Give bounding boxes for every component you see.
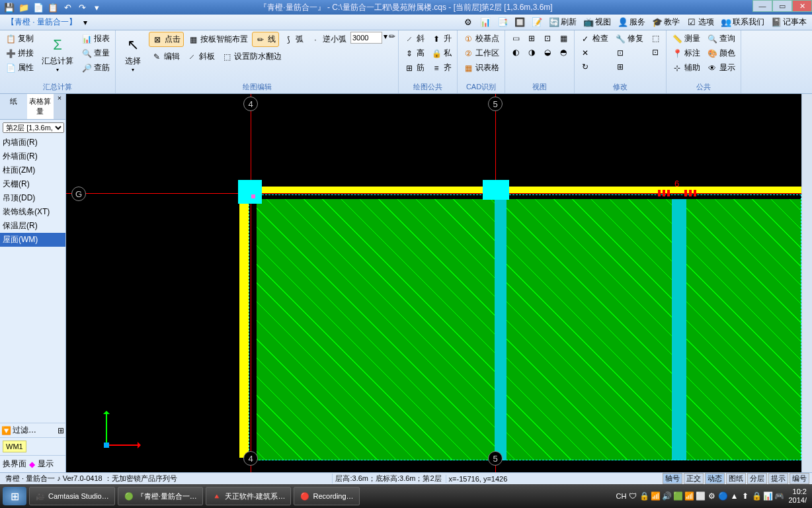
rb-btn[interactable]: ⊞筋 <box>401 61 427 75</box>
menu-item-11[interactable]: 📓记事本 <box>768 15 809 29</box>
tray-icon-12[interactable]: 📊 <box>762 491 773 501</box>
list-item[interactable]: 装饰线条(XT) <box>0 205 65 219</box>
tray-icon-0[interactable]: 🛡 <box>628 491 638 501</box>
rb-btn[interactable]: 🔍查询 <box>704 32 738 46</box>
view-button[interactable]: ⊡ <box>540 32 555 45</box>
menu-item-6[interactable]: 📺视图 <box>581 15 614 29</box>
list-item[interactable]: 内墙面(R) <box>0 136 65 149</box>
menu-item-5[interactable]: 🔄刷新 <box>546 15 579 29</box>
side-tab-paper[interactable]: 纸 <box>0 94 27 119</box>
rb-btn[interactable]: ⊹辅助 <box>669 61 703 75</box>
menu-item-2[interactable]: 📑 <box>495 16 510 29</box>
tray-icon-2[interactable]: 📶 <box>650 491 661 501</box>
rb-btn[interactable]: 📋复制 <box>3 32 36 46</box>
rb-btn[interactable]: ①校基点 <box>460 32 502 46</box>
clock[interactable]: 10:2 2014/ <box>786 487 809 505</box>
display-button[interactable]: 显示 <box>38 458 54 470</box>
filter-label[interactable]: 过滤… <box>13 425 36 436</box>
rb-btn[interactable]: ⊞ <box>612 60 646 73</box>
tray-icon-3[interactable]: 🔊 <box>661 491 672 501</box>
rb-btn[interactable]: 🔎查筋 <box>79 61 112 75</box>
rb-btn[interactable]: ⬚设置防水翻边 <box>219 50 284 64</box>
rb-btn[interactable]: 🔒私 <box>428 46 454 60</box>
floor-selector[interactable]: 第2层 [1,3.6m, <box>3 122 64 133</box>
start-button[interactable]: ⊞ <box>3 487 26 505</box>
rb-btn[interactable]: ⟋斜 <box>401 32 427 46</box>
rb-btn[interactable]: ⊡ <box>612 46 646 60</box>
status-toggle-正交[interactable]: 正交 <box>684 473 704 484</box>
draw-点击-button[interactable]: ⊠点击 <box>149 32 184 47</box>
side-tab-table[interactable]: 表格算量 <box>27 94 54 119</box>
view-button[interactable]: ▦ <box>555 32 571 45</box>
draw-按板智能布置-button[interactable]: ▦按板智能布置 <box>185 32 251 47</box>
rb-btn[interactable]: 👁显示 <box>704 61 738 75</box>
sum-calc-button[interactable]: Σ汇总计算▾ <box>38 32 77 75</box>
draw-线-button[interactable]: ✏线 <box>252 32 279 47</box>
side-close-icon[interactable]: × <box>54 94 65 119</box>
rb-btn[interactable]: ⊡ <box>647 46 663 59</box>
filter-icon[interactable]: 🔽 <box>1 426 11 435</box>
rb-btn[interactable]: ⇕高 <box>401 46 427 60</box>
qat-open-icon[interactable]: 📁 <box>17 1 30 13</box>
switch-ui-button[interactable]: 换界面 <box>3 458 26 470</box>
rb-btn[interactable]: 📍标注 <box>669 46 703 60</box>
rb-btn[interactable]: ⬚ <box>647 32 663 45</box>
view-button[interactable]: ⊞ <box>524 32 540 45</box>
list-item[interactable]: 天棚(R) <box>0 177 65 191</box>
menu-item-0[interactable]: ⚙ <box>460 16 476 29</box>
tray-icon-10[interactable]: ⬆ <box>740 491 751 501</box>
view-button[interactable]: ◓ <box>555 46 571 59</box>
rb-btn[interactable]: ✓检查 <box>577 32 611 46</box>
rb-btn[interactable]: ⟋斜板 <box>184 50 218 64</box>
menu-item-8[interactable]: 🎓教学 <box>649 15 682 29</box>
draw-弧-button[interactable]: ⟆弧 <box>280 32 306 47</box>
status-toggle-编号[interactable]: 编号 <box>790 473 809 484</box>
menu-item-9[interactable]: ☑选项 <box>684 15 717 29</box>
tray-icon-5[interactable]: 📶 <box>684 491 694 501</box>
maximize-button[interactable]: ▭ <box>772 0 792 12</box>
view-button[interactable]: ▭ <box>508 32 524 45</box>
qat-redo-icon[interactable]: ↷ <box>75 1 89 13</box>
line-icon[interactable]: ✏ <box>389 32 395 47</box>
menu-item-7[interactable]: 👤服务 <box>615 15 648 29</box>
status-toggle-图纸[interactable]: 图纸 <box>726 473 746 484</box>
status-toggle-动态[interactable]: 动态 <box>705 473 725 484</box>
taskbar-item-0[interactable]: 🎥Camtasia Studio… <box>29 487 115 505</box>
drawing-canvas[interactable]: 4 5 G 6 4 5 <box>66 94 801 472</box>
minimize-button[interactable]: — <box>752 0 772 12</box>
menu-item-1[interactable]: 📊 <box>477 16 493 29</box>
tray-icon-6[interactable]: ⬜ <box>695 491 706 501</box>
taskbar-item-2[interactable]: 🔺天正软件-建筑系… <box>206 487 292 505</box>
menu-item-4[interactable]: 📝 <box>529 16 545 29</box>
vertical-scrollbar[interactable] <box>801 94 812 472</box>
menu-item-10[interactable]: 👥联系我们 <box>718 15 767 29</box>
rb-btn[interactable]: ✎编辑 <box>149 50 183 64</box>
list-item[interactable]: 屋面(WM) <box>0 233 65 247</box>
draw-逆小弧-button[interactable]: ·逆小弧 <box>307 32 349 47</box>
tray-icon-7[interactable]: ⚙ <box>706 491 717 501</box>
rb-btn[interactable]: ⬆升 <box>428 32 454 46</box>
taskbar-item-3[interactable]: 🔴Recording… <box>294 487 359 505</box>
rb-btn[interactable]: 📄属性 <box>3 61 36 75</box>
select-button[interactable]: ↖选择▾ <box>118 32 147 75</box>
qat-undo-icon[interactable]: ↶ <box>61 1 74 13</box>
rb-btn[interactable]: 🔧修复 <box>612 32 646 46</box>
status-toggle-提示[interactable]: 提示 <box>768 473 788 484</box>
rb-btn[interactable]: 📊报表 <box>79 32 112 46</box>
tray-icon-9[interactable]: ▲ <box>729 491 739 501</box>
list-item[interactable]: 保温层(R) <box>0 219 65 233</box>
view-button[interactable]: ◐ <box>508 46 524 59</box>
tray-icon-13[interactable]: 🎮 <box>774 491 784 501</box>
rb-btn[interactable]: 🔍查量 <box>79 46 112 60</box>
list-item[interactable]: 吊顶(DD) <box>0 191 65 205</box>
qat-new-icon[interactable]: 📄 <box>32 1 45 13</box>
rb-btn[interactable]: 🎨颜色 <box>704 46 738 60</box>
tray-icon-11[interactable]: 🔒 <box>751 491 762 501</box>
tray-icon-1[interactable]: 🔒 <box>639 491 649 501</box>
rb-btn[interactable]: 📏测量 <box>669 32 703 46</box>
rb-btn[interactable]: ➕拼接 <box>3 46 36 60</box>
qat-dropdown-icon[interactable]: ▾ <box>90 1 103 13</box>
menu-item-3[interactable]: 🔲 <box>512 16 528 29</box>
tray-icon-8[interactable]: 🔵 <box>717 491 728 501</box>
qat-save-icon[interactable]: 💾 <box>3 1 16 13</box>
